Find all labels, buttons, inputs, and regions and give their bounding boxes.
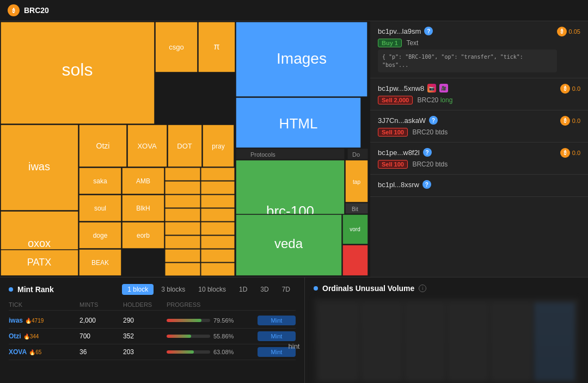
tx-address-5: bc1pl...8xsrw ?	[378, 180, 580, 189]
progress-bar-3	[167, 350, 210, 354]
tick-rank-1: 🔥4719	[25, 318, 44, 324]
tab-3d[interactable]: 3D	[255, 284, 274, 295]
bottom-section: Mint Rank 1 block 3 blocks 10 blocks 1D …	[0, 277, 588, 383]
btc-icon-1: ₿	[557, 27, 567, 36]
svg-text:PATX: PATX	[27, 257, 51, 268]
info-icon[interactable]: i	[419, 285, 426, 292]
svg-text:csgo: csgo	[169, 43, 183, 51]
tx-item-2: bc1pw...5xnw8 📷 🎥 Sell 2,000 BRC20 long …	[370, 78, 588, 110]
tick-name-1: iwas	[9, 317, 23, 324]
holders-2: 352	[123, 332, 167, 340]
svg-rect-56	[201, 181, 235, 194]
tx-item-4: bc1pe...w8f2l ? Sell 100 BRC20 btds ₿ 0.…	[370, 143, 588, 175]
tick-rank-3: 🔥65	[29, 349, 41, 355]
ordinals-content	[314, 298, 579, 383]
svg-rect-66	[201, 249, 235, 262]
svg-text:XOVA: XOVA	[137, 142, 156, 150]
svg-text:veda: veda	[274, 236, 303, 251]
tx-address-text-1: bc1pv...la9sm	[378, 27, 421, 35]
btc-icon-2: ₿	[560, 84, 570, 94]
treemap-svg: sols csgo π Images HTML iwas Otzi	[0, 21, 370, 277]
tx-desc-1: Text	[406, 39, 418, 47]
tab-3blocks[interactable]: 3 blocks	[156, 284, 191, 295]
table-header: TICK MINTS HOLDERS PROGRESS	[9, 299, 296, 311]
ordinals-dot	[314, 286, 318, 291]
tx-address-4: bc1pe...w8f2l ?	[378, 148, 560, 157]
question-icon-4: ?	[423, 148, 432, 157]
tab-1d[interactable]: 1D	[234, 284, 253, 295]
svg-rect-62	[201, 222, 235, 235]
tx-address-3: 3J7Cn...askaW ?	[378, 116, 560, 125]
svg-rect-65	[165, 249, 200, 262]
svg-rect-59	[165, 208, 200, 221]
progress-fill-2	[167, 335, 191, 338]
progress-bar-1	[167, 319, 210, 322]
svg-rect-58	[201, 195, 235, 208]
mint-button-2[interactable]: Mint	[258, 331, 296, 341]
tx-code-1: { "p": "BRC-100", "op": "transfer", "tic…	[378, 50, 557, 72]
question-icon-5: ?	[422, 180, 431, 189]
camera-icon-2: 🎥	[439, 84, 448, 92]
svg-text:vord: vord	[350, 226, 360, 232]
svg-text:HTML: HTML	[279, 115, 318, 132]
progress-pct-1: 79.56%	[213, 317, 234, 324]
svg-text:oxox: oxox	[28, 237, 51, 249]
svg-text:BEAK: BEAK	[91, 259, 109, 267]
tx-badge-1: Buy 1	[378, 39, 402, 47]
treemap-container: sols csgo π Images HTML iwas Otzi	[0, 21, 370, 277]
tx-item-1: bc1pv...la9sm ? Buy 1 Text { "p": "BRC-1…	[370, 21, 588, 78]
mint-rank-header: Mint Rank 1 block 3 blocks 10 blocks 1D …	[9, 284, 296, 295]
tab-1block[interactable]: 1 block	[122, 284, 154, 295]
svg-rect-61	[165, 222, 200, 235]
holders-1: 290	[123, 317, 167, 324]
mints-1: 2,000	[79, 317, 123, 324]
svg-text:DOT: DOT	[177, 142, 192, 150]
tx-left-1: bc1pv...la9sm ? Buy 1 Text { "p": "BRC-1…	[378, 27, 557, 72]
svg-rect-55	[165, 181, 200, 194]
brc20-title: BRC20	[24, 6, 49, 15]
hint-overlay: hint	[289, 342, 300, 350]
svg-text:Images: Images	[277, 50, 327, 67]
tick-name-3: XOVA	[9, 348, 27, 356]
tx-address-text-4: bc1pe...w8f2l	[378, 149, 420, 157]
tab-7d[interactable]: 7D	[277, 284, 296, 295]
bottom-right: Ordinals Unusual Volume i	[305, 277, 588, 383]
progress-pct-2: 55.86%	[213, 333, 234, 339]
tx-right-4: ₿ 0.0	[560, 148, 580, 158]
svg-rect-54	[201, 168, 235, 181]
tx-left-3: 3J7Cn...askaW ? Sell 100 BRC20 btds	[378, 116, 560, 137]
col-tick: TICK	[9, 301, 79, 308]
hint-text: hint	[289, 342, 300, 350]
tx-address-1: bc1pv...la9sm ?	[378, 27, 557, 35]
svg-text:saka: saka	[93, 177, 107, 185]
tick-rank-2: 🔥344	[23, 333, 39, 339]
col-progress: PROGRESS	[167, 301, 258, 308]
brc20-icon: ₿	[8, 4, 20, 16]
table-row-3: XOVA 🔥65 36 203 63.08% Mint	[9, 344, 296, 360]
mint-rank-dot	[9, 287, 13, 292]
bottom-left: Mint Rank 1 block 3 blocks 10 blocks 1D …	[0, 277, 305, 383]
tick-cell-3: XOVA 🔥65	[9, 348, 79, 356]
mints-3: 36	[79, 348, 123, 356]
svg-text:sols: sols	[62, 60, 93, 79]
tx-item-3: 3J7Cn...askaW ? Sell 100 BRC20 btds ₿ 0.…	[370, 110, 588, 143]
progress-bar-container-2: 55.86%	[167, 333, 258, 339]
btc-icon-3: ₿	[560, 116, 570, 126]
tx-badge-3: Sell 100	[378, 128, 408, 137]
svg-text:π: π	[213, 42, 219, 51]
svg-text:Do: Do	[352, 151, 360, 158]
mints-2: 700	[79, 332, 123, 340]
brc20-header-bar: ₿ BRC20	[0, 0, 588, 21]
right-panel: bc1pv...la9sm ? Buy 1 Text { "p": "BRC-1…	[370, 21, 588, 277]
tick-cell-2: Otzi 🔥344	[9, 332, 79, 340]
table-row-1: iwas 🔥4719 2,000 290 79.56% Mint	[9, 313, 296, 329]
tab-10blocks[interactable]: 10 blocks	[193, 284, 231, 295]
tx-desc-4: BRC20 btds	[412, 160, 448, 168]
ordinals-title: Ordinals Unusual Volume	[322, 284, 414, 293]
mint-button-1[interactable]: Mint	[258, 316, 296, 325]
svg-rect-64	[201, 236, 235, 249]
svg-text:Otzi: Otzi	[96, 141, 110, 150]
btc-amount-2: 0.0	[572, 85, 580, 92]
tx-left-4: bc1pe...w8f2l ? Sell 100 BRC20 btds	[378, 148, 560, 169]
tx-right-2: ₿ 0.0	[560, 84, 580, 94]
